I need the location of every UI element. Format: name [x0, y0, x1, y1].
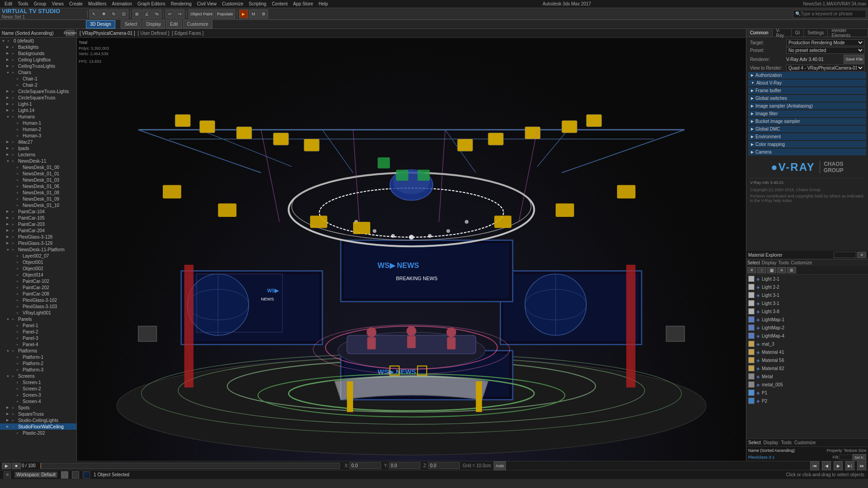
tree-item[interactable]: ●Panel-2 [0, 328, 76, 335]
tree-item[interactable]: ▼●Chairs [0, 69, 76, 75]
select-btn[interactable]: ↖ [90, 9, 99, 19]
menu-item-group[interactable]: Group [31, 1, 49, 6]
tree-item[interactable]: ▶●CircleSquareTruss-Lights [0, 88, 76, 94]
expand-icon[interactable]: ▶ [6, 146, 11, 150]
tree-item[interactable]: ●PlexiGlass-3-102 [0, 297, 76, 303]
visibility-icon[interactable]: ● [12, 406, 17, 410]
material-editor-btn[interactable]: M [249, 9, 258, 19]
rpanel-tab-common[interactable]: Common [746, 29, 773, 37]
visibility-icon[interactable]: ● [12, 146, 17, 150]
visibility-icon[interactable]: ● [12, 140, 17, 144]
move-btn[interactable]: ✥ [99, 9, 108, 19]
mat-item[interactable]: ◈Material 56 [746, 356, 868, 364]
target-select[interactable]: Production Rendering Mode [786, 39, 864, 46]
tree-item[interactable]: ●Human-1 [0, 120, 76, 126]
mat-item[interactable]: ◈Light 3-8 [746, 307, 868, 315]
y-input[interactable] [389, 462, 420, 469]
play-fwd-btn[interactable]: ▶ [834, 461, 843, 470]
expand-icon[interactable]: ▼ [6, 248, 11, 251]
subtab-edit[interactable]: Edit [166, 20, 182, 28]
mat-tool-4[interactable]: ≡ [777, 267, 786, 273]
expand-icon[interactable]: ▼ [6, 160, 11, 163]
expand-icon[interactable]: ▶ [6, 45, 11, 49]
play-next-btn[interactable]: ▶| [845, 461, 854, 470]
tree-item[interactable]: ●Chair-1 [0, 75, 76, 82]
mat-explorer-close-btn[interactable]: ✕ [857, 252, 866, 258]
subtab-select[interactable]: Select [121, 20, 142, 28]
mat-item[interactable]: ◈Light 3-1 [746, 299, 868, 307]
tree-item[interactable]: ▶●PlexiGlass-3-129 [0, 240, 76, 246]
visibility-icon[interactable]: ● [12, 70, 17, 75]
subtab-display[interactable]: Display [142, 20, 165, 28]
tree-item[interactable]: ▶●PaintCar-203 [0, 221, 76, 227]
tree-item[interactable]: ●Chair-2 [0, 82, 76, 88]
snap-btn[interactable]: ⊞ [132, 9, 142, 19]
visibility-icon[interactable]: ● [7, 39, 13, 43]
auto-btn[interactable]: Auto [494, 461, 506, 470]
visibility-icon[interactable]: ● [16, 127, 22, 131]
menu-item-customize[interactable]: Customize [219, 1, 246, 6]
mat-tab-select[interactable]: Select [747, 260, 760, 265]
mat-tab-display[interactable]: Display [762, 260, 777, 265]
tree-item[interactable]: ●NewsDesk_01_09 [0, 196, 76, 202]
tree-item[interactable]: ●Screen-3 [0, 392, 76, 398]
visibility-icon[interactable]: ● [16, 355, 22, 359]
rpanel-section-header[interactable]: ▶Global DMC [748, 126, 866, 132]
tree-item[interactable]: ▶●PaintCar-104 [0, 208, 76, 215]
expand-icon[interactable]: ▶ [6, 210, 11, 213]
mat-item[interactable]: ◈Material 41 [746, 348, 868, 356]
tree-item[interactable]: ▼●Humans [0, 113, 76, 120]
preset-select[interactable]: No preset selected [786, 47, 864, 54]
expand-icon[interactable]: ▶ [6, 412, 11, 416]
visibility-icon[interactable]: ● [16, 260, 22, 264]
visibility-icon[interactable]: ● [12, 210, 17, 214]
status-icon-1[interactable] [61, 471, 68, 479]
mat-item[interactable]: ◈Light 3-1 [746, 291, 868, 299]
visibility-icon[interactable]: ● [16, 165, 22, 169]
expand-icon[interactable]: ▶ [6, 64, 11, 68]
scale-btn[interactable]: ⊡ [119, 9, 128, 19]
visibility-icon[interactable]: ● [16, 393, 22, 397]
expand-icon[interactable]: ▶ [6, 406, 11, 409]
rpanel-tab-vray[interactable]: V-Ray [773, 29, 792, 37]
rpanel-section-header[interactable]: ▶Bucket image sampler [748, 118, 866, 125]
menu-item-modifiers[interactable]: Modifiers [85, 1, 109, 6]
expand-icon[interactable]: ▼ [6, 318, 11, 321]
expand-icon[interactable]: ▶ [6, 153, 11, 156]
visibility-icon[interactable]: ● [12, 241, 17, 245]
play-prev-btn[interactable]: ◀ [822, 461, 831, 470]
visibility-icon[interactable]: ● [16, 324, 22, 328]
tree-item[interactable]: ▶●Backgrounds [0, 50, 76, 56]
tree-item[interactable]: ▼●NewsDesk-11 [0, 158, 76, 164]
populate-btn[interactable]: Populate [215, 9, 235, 19]
rpanel-section-header[interactable]: ▶Frame buffer [748, 87, 866, 94]
expand-icon[interactable]: ▶ [6, 235, 11, 239]
expand-icon[interactable]: ▶ [6, 241, 11, 245]
mat-item[interactable]: ◈LightMap-4 [746, 332, 868, 340]
z-input[interactable] [428, 462, 460, 469]
mat-tool-2[interactable]: ↑ [757, 267, 766, 273]
tree-item[interactable]: ▶●SquareTruss [0, 411, 76, 417]
visibility-icon[interactable]: ● [12, 96, 17, 100]
tree-item[interactable]: ●Human-3 [0, 132, 76, 139]
render-setup-btn[interactable]: ⚙ [259, 9, 268, 19]
undo-btn[interactable]: ↩ [165, 9, 175, 19]
tree-item[interactable]: ▼●Platforms [0, 347, 76, 354]
mat-bottom-tools[interactable]: Tools [781, 440, 792, 445]
visibility-icon[interactable]: ● [16, 197, 22, 201]
tree-item[interactable]: ●NewsDesk_01_06 [0, 183, 76, 189]
rpanel-section-header[interactable]: ▶Authorization [748, 72, 866, 79]
tree-item[interactable]: ▶●StudioFloorWallCeiling [0, 423, 76, 430]
tree-item[interactable]: ●PaintCar-208 [0, 291, 76, 297]
tree-item[interactable]: ▶●iMac27 [0, 139, 76, 145]
visibility-icon[interactable]: ● [16, 83, 22, 87]
visibility-icon[interactable]: ● [16, 292, 22, 296]
tree-item[interactable]: ●PaintCar-102 [0, 278, 76, 284]
visibility-icon[interactable]: ● [16, 267, 22, 271]
tree-item[interactable]: ●Plastic-202 [0, 430, 76, 436]
tree-item[interactable]: ●VRayLight001 [0, 310, 76, 316]
expand-icon[interactable]: ▶ [6, 89, 11, 93]
rpanel-section-header[interactable]: ▶Color mapping [748, 141, 866, 148]
mat-explorer-search[interactable] [834, 252, 856, 258]
tree-item[interactable]: ●Object014 [0, 272, 76, 278]
